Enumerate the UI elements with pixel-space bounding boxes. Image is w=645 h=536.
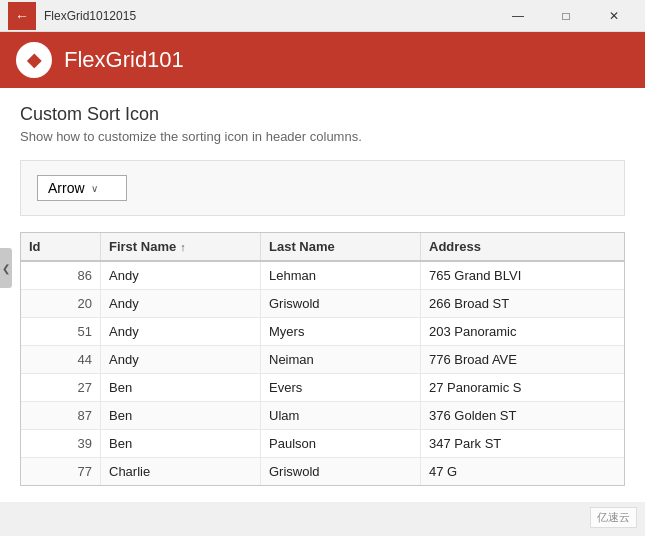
cell-address: 266 Broad ST bbox=[421, 290, 624, 317]
page-description: Show how to customize the sorting icon i… bbox=[20, 129, 625, 144]
data-grid: Id First Name ↑ Last Name Address 86Andy… bbox=[20, 232, 625, 486]
close-button[interactable]: ✕ bbox=[591, 2, 637, 30]
table-row[interactable]: 39BenPaulson347 Park ST bbox=[21, 430, 624, 458]
cell-first-name: Ben bbox=[101, 402, 261, 429]
content-area: Custom Sort Icon Show how to customize t… bbox=[0, 88, 645, 502]
cell-address: 376 Golden ST bbox=[421, 402, 624, 429]
cell-first-name: Ben bbox=[101, 430, 261, 457]
app-title: FlexGrid101 bbox=[64, 47, 184, 73]
cell-first-name: Charlie bbox=[101, 458, 261, 485]
window-controls: — □ ✕ bbox=[495, 2, 637, 30]
cell-last-name: Griswold bbox=[261, 458, 421, 485]
sort-asc-icon: ↑ bbox=[180, 241, 186, 253]
cell-id: 20 bbox=[21, 290, 101, 317]
table-row[interactable]: 20AndyGriswold266 Broad ST bbox=[21, 290, 624, 318]
app-logo: ◆ bbox=[16, 42, 52, 78]
table-row[interactable]: 86AndyLehman765 Grand BLVI bbox=[21, 262, 624, 290]
chevron-down-icon: ∨ bbox=[91, 183, 98, 194]
grid-header: Id First Name ↑ Last Name Address bbox=[21, 233, 624, 262]
dropdown-container: Arrow ∨ bbox=[20, 160, 625, 216]
side-panel-handle[interactable]: ❮ bbox=[0, 248, 12, 288]
col-header-address[interactable]: Address bbox=[421, 233, 624, 260]
col-header-last-name[interactable]: Last Name bbox=[261, 233, 421, 260]
cell-address: 203 Panoramic bbox=[421, 318, 624, 345]
cell-id: 51 bbox=[21, 318, 101, 345]
cell-last-name: Lehman bbox=[261, 262, 421, 289]
cell-address: 27 Panoramic S bbox=[421, 374, 624, 401]
cell-first-name: Andy bbox=[101, 346, 261, 373]
cell-id: 87 bbox=[21, 402, 101, 429]
maximize-button[interactable]: □ bbox=[543, 2, 589, 30]
cell-last-name: Griswold bbox=[261, 290, 421, 317]
title-bar: ← FlexGrid1012015 — □ ✕ bbox=[0, 0, 645, 32]
cell-id: 39 bbox=[21, 430, 101, 457]
cell-id: 77 bbox=[21, 458, 101, 485]
back-button[interactable]: ← bbox=[8, 2, 36, 30]
cell-last-name: Neiman bbox=[261, 346, 421, 373]
sort-icon-dropdown[interactable]: Arrow ∨ bbox=[37, 175, 127, 201]
cell-first-name: Andy bbox=[101, 262, 261, 289]
table-row[interactable]: 87BenUlam376 Golden ST bbox=[21, 402, 624, 430]
col-header-first-name[interactable]: First Name ↑ bbox=[101, 233, 261, 260]
page-title: Custom Sort Icon bbox=[20, 104, 625, 125]
table-row[interactable]: 51AndyMyers203 Panoramic bbox=[21, 318, 624, 346]
table-row[interactable]: 77CharlieGriswold47 G bbox=[21, 458, 624, 485]
minimize-button[interactable]: — bbox=[495, 2, 541, 30]
cell-id: 27 bbox=[21, 374, 101, 401]
watermark: 亿速云 bbox=[590, 507, 637, 528]
cell-last-name: Paulson bbox=[261, 430, 421, 457]
cell-first-name: Ben bbox=[101, 374, 261, 401]
table-row[interactable]: 27BenEvers27 Panoramic S bbox=[21, 374, 624, 402]
cell-address: 776 Broad AVE bbox=[421, 346, 624, 373]
cell-first-name: Andy bbox=[101, 290, 261, 317]
cell-address: 765 Grand BLVI bbox=[421, 262, 624, 289]
cell-id: 86 bbox=[21, 262, 101, 289]
cell-address: 47 G bbox=[421, 458, 624, 485]
cell-address: 347 Park ST bbox=[421, 430, 624, 457]
cell-first-name: Andy bbox=[101, 318, 261, 345]
window-title: FlexGrid1012015 bbox=[44, 9, 495, 23]
table-row[interactable]: 44AndyNeiman776 Broad AVE bbox=[21, 346, 624, 374]
app-header: ◆ FlexGrid101 bbox=[0, 32, 645, 88]
cell-last-name: Evers bbox=[261, 374, 421, 401]
cell-last-name: Myers bbox=[261, 318, 421, 345]
cell-id: 44 bbox=[21, 346, 101, 373]
grid-body: 86AndyLehman765 Grand BLVI20AndyGriswold… bbox=[21, 262, 624, 485]
cell-last-name: Ulam bbox=[261, 402, 421, 429]
dropdown-label: Arrow bbox=[48, 180, 85, 196]
col-header-id[interactable]: Id bbox=[21, 233, 101, 260]
